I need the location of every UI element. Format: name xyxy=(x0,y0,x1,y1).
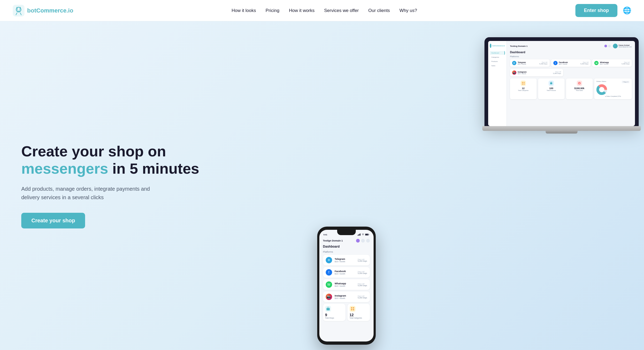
dash-facebook-days: Days Left 5,290 Days xyxy=(580,61,588,65)
dash-sidebar-products[interactable]: Products xyxy=(490,60,505,63)
dash-user-avatar xyxy=(613,44,618,48)
logo-text: botCommerce.io xyxy=(27,7,73,14)
enter-shop-button[interactable]: Enter shop xyxy=(575,4,617,17)
phone-stat-shops: 9 Total Shops xyxy=(323,304,345,321)
orders-pie-chart xyxy=(596,84,607,95)
dash-user-area: Faizan Arshad faizan@gmail.com xyxy=(604,44,632,48)
dash-dot2-icon xyxy=(608,45,611,47)
categories-icon xyxy=(521,81,526,86)
phone-platform-instagram: 📷 Instagram $10 / month Days Left 5,290 … xyxy=(323,291,370,302)
svg-rect-19 xyxy=(359,234,360,236)
laptop-outer: botCommerce.io Dashboard Categories Prod… xyxy=(484,37,639,126)
svg-rect-17 xyxy=(358,235,358,236)
dash-whatsapp-days: Days Left 5,290 Days xyxy=(622,61,630,65)
dash-instagram-days: Days Left 5,290 Days xyxy=(553,71,561,74)
svg-rect-26 xyxy=(351,309,352,310)
dash-dot-icon xyxy=(604,45,607,47)
phone-domain-row: Testign Domain 1 xyxy=(323,239,370,243)
dash-instagram-row: 📷 Instagram $10 / month Days Left 5,290 … xyxy=(510,69,632,76)
phone-shops-icon xyxy=(325,306,331,312)
whatsapp-icon: W xyxy=(594,61,599,65)
phone-stat-shops-val: 9 xyxy=(325,313,343,317)
nav-item-clients[interactable]: Our clients xyxy=(368,8,390,13)
create-shop-button[interactable]: Create your shop xyxy=(21,213,85,228)
dash-title: Dashboard xyxy=(510,51,632,54)
nav-item-why-us[interactable]: Why us? xyxy=(399,8,417,13)
nav-item-how-it-works[interactable]: How it works xyxy=(289,8,315,13)
svg-text:$: $ xyxy=(579,82,580,84)
phone-stat-shops-label: Total Shops xyxy=(325,317,343,319)
svg-rect-25 xyxy=(353,307,354,309)
phone-stat-categories-label: Total Categories xyxy=(350,317,368,319)
svg-rect-7 xyxy=(524,82,525,83)
svg-point-2 xyxy=(17,9,18,10)
facebook-icon: f xyxy=(553,61,558,65)
signal-icon xyxy=(358,234,361,236)
dash-whatsapp-info: Whatsapp $10 / month xyxy=(600,61,620,65)
svg-rect-23 xyxy=(327,308,330,310)
phone-facebook-days: Days Left 5,290 Days xyxy=(358,271,367,274)
nav-links: How it looks Pricing How it works Servic… xyxy=(232,8,417,13)
sales-icon: $ xyxy=(577,81,582,86)
phone-dash-title: Dashboard xyxy=(323,245,370,248)
phone-categories-icon xyxy=(350,306,356,312)
laptop-screen: botCommerce.io Dashboard Categories Prod… xyxy=(488,41,635,126)
nav-item-how-it-looks[interactable]: How it looks xyxy=(232,8,256,13)
dash-platforms-title: Platforms xyxy=(510,55,632,58)
dash-platforms-row: ✈ Telegram $10 / month Days Left 5,290 D… xyxy=(510,59,632,67)
svg-rect-10 xyxy=(550,82,552,84)
dash-domain: Testing Domain 1 xyxy=(510,45,528,47)
navbar: botCommerce.io How it looks Pricing How … xyxy=(0,0,644,21)
phone-platform-whatsapp: W Whatsapp $10 / month Days Left 5,290 D… xyxy=(323,279,370,290)
svg-rect-5 xyxy=(20,7,21,8)
svg-rect-9 xyxy=(524,84,525,85)
dash-stat-categories: 12 Total Categories xyxy=(510,78,537,99)
products-icon xyxy=(549,81,554,86)
phone-notch xyxy=(337,230,356,235)
dash-sidebar-categories[interactable]: Categories xyxy=(490,55,505,59)
dash-stat-products: 100 Total Products xyxy=(538,78,565,99)
dash-sidebar-dashboard[interactable]: Dashboard xyxy=(490,51,505,55)
phone-stat-categories: 12 Total Categories xyxy=(348,304,370,321)
dash-logo-icon xyxy=(490,44,491,48)
battery-icon xyxy=(365,234,369,236)
translate-icon[interactable]: 🌐 xyxy=(623,6,631,15)
phone-telegram-icon: ✈ xyxy=(326,257,332,263)
dash-platform-whatsapp: W Whatsapp $10 / month Days Left 5,290 D… xyxy=(592,59,632,67)
hero-section: Create your shop on messengers in 5 minu… xyxy=(0,21,644,350)
nav-item-services[interactable]: Services we offer xyxy=(324,8,359,13)
svg-rect-22 xyxy=(365,234,368,235)
laptop-base xyxy=(482,126,641,131)
phone-whatsapp-days: Days Left 5,290 Days xyxy=(358,283,367,286)
phone-status-icons xyxy=(358,234,369,236)
svg-rect-24 xyxy=(351,307,352,309)
phone-domain-icons xyxy=(356,239,370,243)
logo[interactable]: botCommerce.io xyxy=(13,5,73,16)
hero-title: Create your shop on messengers in 5 minu… xyxy=(21,143,293,177)
phone-platform-facebook: f Facebook $10 / month Days Left 5,290 D… xyxy=(323,267,370,278)
phone-outer: 9:41 Testign Domain 1 xyxy=(317,227,376,345)
phone-telegram-info: Telegram $10 / month xyxy=(335,258,358,263)
phone-domain-dot1 xyxy=(356,239,360,243)
phone-time: 9:41 xyxy=(324,234,327,236)
logo-icon xyxy=(13,5,24,16)
phone-instagram-info: Instagram $10 / month xyxy=(335,294,358,299)
dash-platform-instagram: 📷 Instagram $10 / month Days Left 5,290 … xyxy=(510,69,563,76)
phone-instagram-icon: 📷 xyxy=(326,294,332,300)
phone-platform-telegram: ✈ Telegram $10 / month Days Left 5,290 D… xyxy=(323,255,370,265)
dash-topbar: Testing Domain 1 Faizan Arshad faizan@gm… xyxy=(510,44,632,48)
phone-stat-categories-val: 12 xyxy=(350,313,368,317)
phone-content: Testign Domain 1 Dashboard Platforms ✈ xyxy=(319,237,374,323)
phone-whatsapp-info: Whatsapp $10 / month xyxy=(335,282,358,287)
dashboard-ui: botCommerce.io Dashboard Categories Prod… xyxy=(488,41,635,126)
dash-sidebar-sales[interactable]: Sales xyxy=(490,64,505,68)
svg-point-3 xyxy=(19,9,20,10)
dash-telegram-days: Days Left 5,290 Days xyxy=(539,61,547,65)
svg-rect-6 xyxy=(522,82,523,83)
phone-platforms-title: Platforms xyxy=(323,251,370,253)
nav-item-pricing[interactable]: Pricing xyxy=(266,8,279,13)
telegram-icon: ✈ xyxy=(512,61,516,65)
phone-facebook-icon: f xyxy=(326,269,332,276)
dash-stats-row: 12 Total Categories 100 Total Products xyxy=(510,78,632,99)
svg-rect-18 xyxy=(358,234,359,236)
